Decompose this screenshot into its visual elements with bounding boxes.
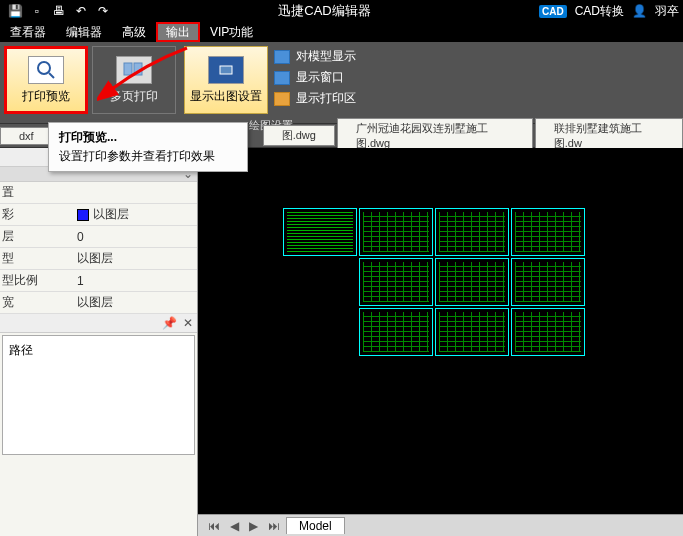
app-title: 迅捷CAD编辑器 [110,2,539,20]
property-grid: 置 彩以图层 层0 型以图层 型比例1 宽以图层 [0,182,197,314]
window-icon [274,71,290,85]
ribbon: 打印预览 多页打印 显示出图设置 对模型显示 [0,42,683,124]
properties-panel: 📌 ✕ ⌄ 置 彩以图层 层0 型以图层 型比例1 宽以图层 📌 ✕ 路径 [0,148,198,536]
prop-row: 层0 [0,226,197,248]
cad-thumbnail [283,208,357,256]
svg-rect-2 [124,63,132,75]
menubar: 查看器 编辑器 高级 输出 VIP功能 [0,22,683,42]
prop-row: 型以图层 [0,248,197,270]
cad-convert-link[interactable]: CAD转换 [575,3,624,20]
show-model-label: 对模型显示 [296,48,356,65]
show-print-area-label: 显示打印区 [296,90,356,107]
path-box[interactable]: 路径 [2,335,195,455]
prop-row: 彩以图层 [0,204,197,226]
display-settings-button[interactable]: 显示出图设置 [184,46,268,114]
tab-nav-first[interactable]: ⏮ [204,519,224,533]
ribbon-display-options: 对模型显示 显示窗口 显示打印区 [270,44,360,116]
tab-nav-next[interactable]: ▶ [245,519,262,533]
empty-cell [283,258,357,306]
print-preview-label: 打印预览 [22,88,70,105]
svg-rect-4 [220,66,232,74]
tooltip-title: 打印预览... [59,129,237,146]
svg-line-1 [49,73,54,78]
show-window-label: 显示窗口 [296,69,344,86]
empty-cell [283,308,357,356]
cad-thumbnail [359,208,433,256]
menu-editor[interactable]: 编辑器 [56,22,112,42]
print-preview-button[interactable]: 打印预览 [4,46,88,114]
undo-icon[interactable]: ↶ [74,4,88,18]
menu-advanced[interactable]: 高级 [112,22,156,42]
cad-thumbnail [359,258,433,306]
tooltip: 打印预览... 设置打印参数并查看打印效果 [48,122,248,172]
show-window-button[interactable]: 显示窗口 [274,69,356,86]
save-icon[interactable]: 💾 [8,4,22,18]
ribbon-group-print: 打印预览 多页打印 [0,42,180,123]
ribbon-group-display: 显示出图设置 对模型显示 显示窗口 显示打印区 绘图设置 [180,42,362,123]
multi-print-label: 多页打印 [110,88,158,105]
model-icon [274,50,290,64]
screen-icon [208,56,244,84]
titlebar-right: CAD CAD转换 👤 羽卒 [539,3,679,20]
menu-output[interactable]: 输出 [156,22,200,42]
tab-nav-last[interactable]: ⏭ [264,519,284,533]
save-all-icon[interactable]: ▫ [30,4,44,18]
user-label: 羽卒 [655,3,679,20]
main-area: 📌 ✕ ⌄ 置 彩以图层 层0 型以图层 型比例1 宽以图层 📌 ✕ 路径 [0,148,683,536]
panel-header-2: 📌 ✕ [0,314,197,333]
redo-icon[interactable]: ↷ [96,4,110,18]
svg-rect-3 [134,63,142,75]
menu-viewer[interactable]: 查看器 [0,22,56,42]
cad-thumbnail [435,208,509,256]
cad-thumbnails [283,208,585,356]
cad-thumbnail [435,308,509,356]
titlebar: 💾 ▫ 🖶 ↶ ↷ 迅捷CAD编辑器 CAD CAD转换 👤 羽卒 [0,0,683,22]
prop-row: 宽以图层 [0,292,197,314]
tooltip-desc: 设置打印参数并查看打印效果 [59,148,237,165]
model-tab[interactable]: Model [286,517,345,534]
canvas-area: ⏮ ◀ ▶ ⏭ Model [198,148,683,536]
pages-icon [116,56,152,84]
print-icon[interactable]: 🖶 [52,4,66,18]
display-settings-label: 显示出图设置 [190,88,262,105]
prop-row: 型比例1 [0,270,197,292]
menu-vip[interactable]: VIP功能 [200,22,263,42]
color-swatch [77,209,89,221]
tab-nav-prev[interactable]: ◀ [226,519,243,533]
drawing-canvas[interactable] [198,148,683,514]
cad-badge: CAD [539,5,567,18]
cad-thumbnail [359,308,433,356]
cad-thumbnail [511,208,585,256]
magnifier-icon [28,56,64,84]
file-tab[interactable]: dxf [0,127,53,145]
file-tab[interactable]: 图.dwg [263,125,335,146]
multi-print-button[interactable]: 多页打印 [92,46,176,114]
show-model-button[interactable]: 对模型显示 [274,48,356,65]
cad-thumbnail [435,258,509,306]
cad-thumbnail [511,308,585,356]
path-label: 路径 [9,343,33,357]
close-icon[interactable]: ✕ [183,316,193,330]
prop-row: 置 [0,182,197,204]
svg-point-0 [38,62,50,74]
show-print-area-button[interactable]: 显示打印区 [274,90,356,107]
user-icon[interactable]: 👤 [632,4,647,18]
bottom-tabs: ⏮ ◀ ▶ ⏭ Model [198,514,683,536]
print-area-icon [274,92,290,106]
quick-access-toolbar: 💾 ▫ 🖶 ↶ ↷ [8,4,110,18]
pin-icon[interactable]: 📌 [162,316,177,330]
cad-thumbnail [511,258,585,306]
